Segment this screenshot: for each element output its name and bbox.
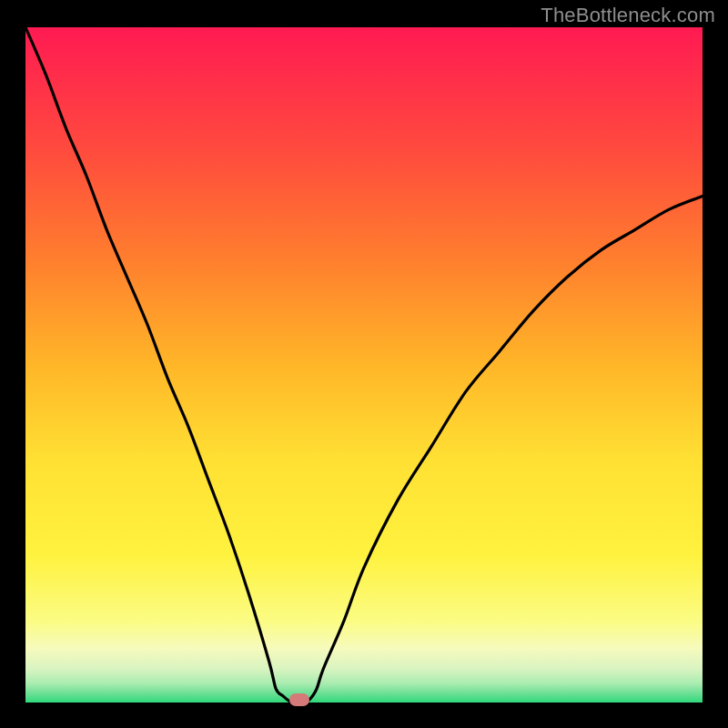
chart-frame: TheBottleneck.com [0, 0, 728, 728]
plot-area [25, 27, 703, 703]
plot-svg [25, 27, 703, 703]
minimum-marker [289, 693, 309, 706]
watermark-text: TheBottleneck.com [541, 4, 715, 27]
gradient-background [25, 27, 703, 703]
